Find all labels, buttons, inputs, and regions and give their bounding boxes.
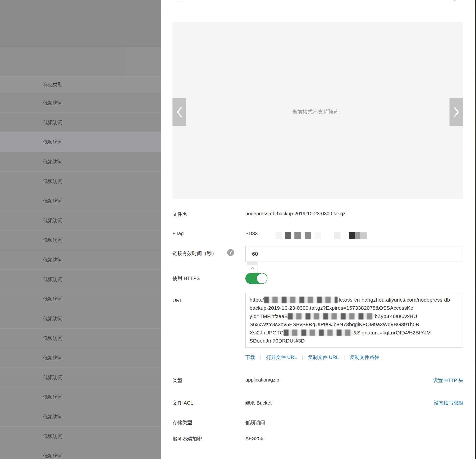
screen-edge-artifact — [475, 0, 476, 459]
url-text: ile.oss-cn-hangzhou.aliyuncs.com/nodepre… — [338, 297, 452, 303]
url-box[interactable]: https:/ile.oss-cn-hangzhou.aliyuncs.com/… — [245, 293, 463, 348]
table-row: 低频访问 — [0, 387, 161, 407]
expire-time-label: 链接有效时间（秒） — [172, 250, 217, 257]
table-row: 低频访问 — [0, 172, 161, 191]
filename-value: nodepress-db-backup-2019-10-23-0300.tar.… — [245, 211, 345, 217]
download-link[interactable]: 下载 — [245, 354, 255, 361]
preview-area: 当前格式不支持预览。 — [172, 22, 463, 199]
file-detail-panel: 详情 × 当前格式不支持预览。 文件名 nodepress-db-backup-… — [161, 0, 476, 459]
chevron-up-icon — [251, 267, 254, 269]
url-redaction — [288, 313, 374, 319]
etag-redaction-cell — [305, 232, 311, 239]
encryption-label: 服务器端加密 — [172, 436, 202, 442]
etag-redaction-cell — [334, 232, 341, 239]
url-line: https:/ile.oss-cn-hangzhou.aliyuncs.com/… — [250, 296, 459, 304]
storage-type-label: 存储类型 — [172, 419, 192, 426]
encryption-value: AES256 — [245, 436, 263, 441]
https-toggle[interactable] — [245, 273, 267, 284]
preview-message: 当前格式不支持预览。 — [172, 108, 463, 115]
chevron-left-icon — [177, 107, 182, 117]
table-row: 低频访问 — [0, 368, 161, 387]
url-text: &Signature=kqLnrQfD4%2BfYJM — [354, 330, 431, 335]
expire-time-input[interactable] — [245, 246, 463, 262]
url-redaction — [264, 297, 338, 303]
url-line: yId=TMP.hfzaaB'bZyp3K6ae6vxHU — [250, 312, 459, 320]
acl-value: 继承 Bucket — [245, 400, 272, 406]
etag-redaction-cell — [285, 232, 291, 239]
chevron-right-icon — [454, 107, 459, 117]
url-text: https:/ — [250, 297, 264, 303]
etag-label: ETag — [172, 231, 184, 236]
url-text: Xsi2JnUPGTC — [250, 330, 284, 335]
table-row: 低频访问 — [0, 427, 161, 446]
spinner-up-button[interactable] — [247, 265, 257, 271]
etag-redaction-cell — [276, 232, 282, 239]
etag-value: BD33 — [245, 231, 258, 236]
link-separator: | — [260, 355, 261, 360]
table-header-storage-type: 存储类型 — [0, 76, 161, 93]
etag-redaction-cell — [315, 232, 321, 239]
table-row: 低频访问 — [0, 407, 161, 427]
etag-redaction-cell — [355, 232, 360, 239]
table-row: 低频访问 — [0, 309, 161, 329]
table-header-label: 存储类型 — [43, 82, 63, 87]
table-row: 低频访问 — [0, 152, 161, 172]
etag-redaction-cell — [294, 232, 301, 239]
table-row: 低频访问 — [0, 289, 161, 309]
table-row: 低频访问 — [0, 446, 161, 459]
url-text: SDoenJm70DRDU%3D — [250, 338, 305, 344]
set-acl-link[interactable]: 设置读写权限 — [434, 400, 463, 406]
type-value: application/gzip — [245, 377, 279, 383]
spinner-strip — [247, 261, 257, 265]
table-row: 低频访问 — [0, 113, 161, 132]
table-row: 低频访问 — [0, 270, 161, 289]
type-label: 类型 — [172, 377, 182, 384]
table-row: 低频访问 — [0, 93, 161, 113]
url-text: S6xxWzY3s3ov5ESBvB8RqUIP9GJb8N73bqgiKFQM… — [250, 321, 419, 327]
copy-file-url-link[interactable]: 复制文件 URL — [308, 354, 339, 361]
overlay-table-rows: 低频访问低频访问低频访问低频访问低频访问低频访问低频访问低频访问低频访问低频访问… — [0, 93, 161, 459]
storage-type-value: 低频访问 — [245, 419, 265, 426]
etag-redaction-cell — [349, 232, 355, 239]
copy-file-path-link[interactable]: 复制文件路径 — [350, 354, 379, 361]
filename-label: 文件名 — [172, 211, 187, 217]
table-row: 低频访问 — [0, 329, 161, 348]
url-actions: 下载|打开文件 URL|复制文件 URL|复制文件路径 — [245, 354, 379, 361]
url-text: 'bZyp3K6ae6vxHU — [374, 313, 417, 319]
table-row: 低频访问 — [0, 132, 161, 152]
table-row: 低频访问 — [0, 348, 161, 368]
panel-header: 详情 × — [161, 0, 476, 11]
table-row: 低频访问 — [0, 230, 161, 250]
url-text: yId=TMP.hfzaaB — [250, 313, 288, 319]
url-text: backup-2019-10-23-0300.tar.gz?Expires=15… — [250, 305, 413, 311]
toggle-knob — [257, 273, 267, 283]
link-separator: | — [344, 355, 345, 360]
open-file-url-link[interactable]: 打开文件 URL — [266, 354, 297, 361]
acl-label: 文件 ACL — [172, 400, 193, 406]
panel-title: 详情 — [172, 0, 185, 1]
prev-file-button[interactable] — [172, 98, 186, 126]
set-http-header-link[interactable]: 设置 HTTP 头 — [433, 377, 463, 384]
close-icon[interactable]: × — [463, 0, 467, 0]
etag-redaction-cell — [360, 232, 367, 239]
help-icon[interactable] — [451, 0, 458, 0]
url-line: S6xxWzY3s3ov5ESBvB8RqUIP9GJb8N73bqgiKFQM… — [250, 320, 459, 328]
next-file-button[interactable] — [450, 98, 463, 126]
https-label: 使用 HTTPS — [172, 275, 200, 282]
link-separator: | — [302, 355, 303, 360]
url-redaction — [284, 330, 354, 336]
url-line: SDoenJm70DRDU%3D — [250, 337, 459, 345]
table-row: 低频访问 — [0, 250, 161, 270]
url-line: backup-2019-10-23-0300.tar.gz?Expires=15… — [250, 304, 459, 312]
table-row: 低频访问 — [0, 191, 161, 211]
url-line: Xsi2JnUPGTC&Signature=kqLnrQfD4%2BfYJM — [250, 329, 459, 337]
url-label: URL — [172, 298, 182, 303]
table-row: 低频访问 — [0, 211, 161, 230]
help-circle-icon[interactable]: ? — [227, 249, 234, 256]
dimmed-page-header — [0, 0, 161, 47]
